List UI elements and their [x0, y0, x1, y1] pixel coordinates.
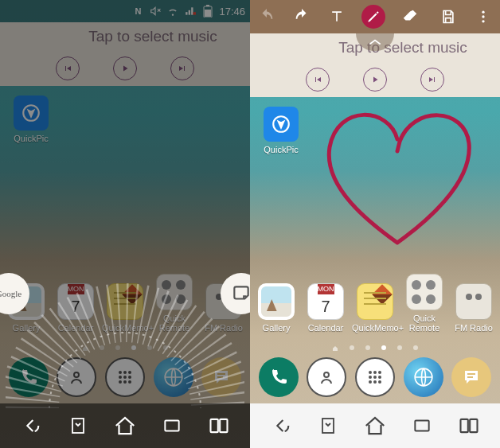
dock-phone[interactable] [9, 357, 49, 397]
svg-point-17 [119, 380, 122, 384]
quickpic-label: QuickPic [8, 134, 54, 143]
dock-phone[interactable] [259, 357, 299, 397]
dock-contacts[interactable] [307, 357, 346, 397]
nav-recent[interactable] [156, 410, 188, 442]
app-quickmemo[interactable]: QuickMemo+ [102, 283, 148, 333]
music-next-button[interactable] [420, 68, 444, 92]
app-quickpic[interactable]: QuickPic [258, 107, 304, 154]
quickremote-label: Quick Remote [151, 314, 197, 333]
gallery-label: Gallery [3, 323, 49, 333]
svg-point-36 [373, 376, 377, 379]
redo-button[interactable] [291, 6, 312, 27]
left-screen: N 17:46 Tap to select music QuickPic Gal… [0, 0, 250, 448]
save-button[interactable] [438, 6, 459, 27]
nav-recent[interactable] [406, 410, 438, 442]
svg-rect-26 [220, 419, 227, 432]
svg-point-14 [119, 376, 122, 379]
app-gallery[interactable]: Gallery [3, 283, 49, 333]
quickpic-label: QuickPic [258, 145, 304, 154]
svg-rect-4 [186, 12, 188, 15]
quickremote-label: Quick Remote [401, 314, 447, 333]
fmradio-label: FM Radio [451, 323, 497, 333]
dock-browser[interactable] [404, 357, 443, 397]
calendar-icon: MON7 [57, 283, 94, 320]
music-next-button[interactable] [170, 56, 194, 80]
app-fmradio[interactable]: FM Radio [451, 283, 497, 333]
svg-point-12 [123, 371, 127, 374]
app-quickremote[interactable]: Quick Remote [401, 274, 447, 333]
music-controls [0, 51, 250, 86]
right-screen: Tap to select music [250, 0, 500, 448]
music-title[interactable]: Tap to select music [0, 22, 250, 51]
music-prev-button[interactable] [56, 56, 80, 80]
nav-notifications[interactable] [62, 410, 94, 442]
quickmemo-icon [357, 283, 393, 320]
app-row: Gallery MON7Calendar QuickMemo+ Quick Re… [250, 277, 500, 333]
dock-apps[interactable] [355, 357, 395, 397]
mute-icon [149, 5, 162, 18]
nav-back[interactable] [15, 410, 47, 442]
nav-back[interactable] [265, 410, 297, 442]
svg-rect-25 [211, 419, 218, 432]
fmradio-icon [455, 283, 492, 320]
app-quickremote[interactable]: Quick Remote [151, 274, 197, 333]
music-widget[interactable]: Tap to select music [0, 22, 250, 86]
dock-messages[interactable] [201, 357, 241, 397]
gallery-label: Gallery [253, 323, 299, 333]
pen-tool-button[interactable] [361, 5, 385, 29]
quickmemo-label: QuickMemo+ [102, 323, 148, 333]
svg-rect-5 [193, 12, 197, 15]
svg-point-29 [482, 20, 484, 22]
nav-home[interactable] [109, 410, 141, 442]
calendar-day: 7 [321, 294, 330, 319]
calendar-icon: MON7 [307, 283, 344, 320]
dock-contacts[interactable] [57, 357, 96, 397]
quickmemo-icon [107, 283, 143, 320]
svg-rect-47 [470, 419, 477, 432]
overflow-button[interactable] [473, 6, 494, 27]
svg-point-35 [369, 376, 372, 379]
dock-messages[interactable] [451, 357, 491, 397]
svg-point-39 [373, 380, 377, 384]
music-play-button[interactable] [113, 56, 137, 80]
wifi-icon [166, 5, 179, 18]
status-time: 17:46 [219, 6, 245, 18]
calendar-month: MON [318, 284, 334, 294]
calendar-label: Calendar [53, 323, 99, 333]
calendar-day: 7 [71, 294, 80, 319]
svg-rect-24 [165, 421, 178, 431]
dock [0, 351, 250, 403]
app-quickpic[interactable]: QuickPic [8, 95, 54, 143]
app-calendar[interactable]: MON7Calendar [303, 283, 349, 333]
nav-home[interactable] [359, 410, 391, 442]
svg-point-10 [74, 372, 79, 377]
status-bar: N 17:46 [0, 0, 250, 22]
eraser-tool-button[interactable] [400, 6, 420, 27]
dock-browser[interactable] [154, 357, 193, 397]
fmradio-label: FM Radio [201, 323, 247, 333]
app-gallery[interactable]: Gallery [253, 283, 299, 333]
app-quickmemo[interactable]: QuickMemo+ [352, 283, 398, 333]
calendar-label: Calendar [303, 323, 349, 333]
music-controls [250, 62, 500, 97]
nav-bar [0, 403, 250, 448]
app-calendar[interactable]: MON7Calendar [53, 283, 99, 333]
quickremote-icon [406, 274, 443, 310]
undo-button[interactable] [256, 6, 277, 27]
gallery-icon [8, 283, 45, 320]
svg-rect-45 [415, 421, 428, 431]
app-fmradio[interactable]: FM Radio [201, 283, 247, 333]
nav-notifications[interactable] [312, 410, 344, 442]
nav-dual[interactable] [453, 410, 485, 442]
svg-point-38 [369, 380, 372, 384]
nav-dual[interactable] [203, 410, 235, 442]
text-tool-button[interactable] [326, 6, 347, 27]
music-prev-button[interactable] [306, 68, 330, 92]
svg-point-19 [128, 380, 131, 384]
dock-apps[interactable] [105, 357, 145, 397]
svg-point-18 [123, 380, 127, 384]
quickpic-icon [14, 95, 49, 131]
music-play-button[interactable] [363, 68, 387, 92]
quickpic-icon [264, 107, 299, 142]
nav-bar [250, 403, 500, 448]
